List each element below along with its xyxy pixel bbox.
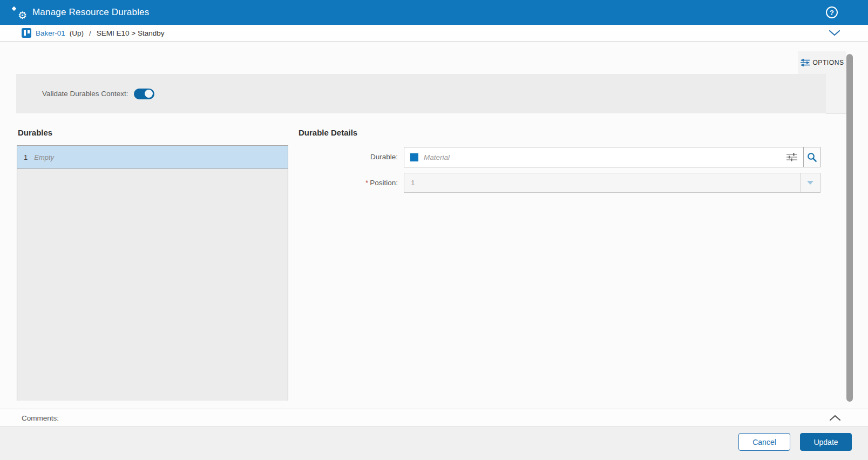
breadcrumb-state-path: SEMI E10 > Standby	[97, 29, 165, 37]
magnifier-icon	[807, 152, 817, 163]
durables-list: 1 Empty	[17, 145, 288, 401]
durable-text-input[interactable]	[424, 153, 781, 161]
chevron-down-icon[interactable]	[829, 30, 840, 37]
sparkle-icon	[12, 6, 16, 11]
help-icon[interactable]: ?	[826, 6, 838, 18]
title-bar: ⚙ Manage Resource Durables ?	[0, 0, 868, 25]
comments-bar: Comments:	[0, 409, 868, 427]
filter-sliders-icon[interactable]	[786, 153, 798, 161]
options-tab[interactable]: OPTIONS	[798, 51, 846, 74]
context-strip: Validate Durables Context:	[16, 74, 826, 113]
options-tab-label: OPTIONS	[812, 59, 844, 66]
cancel-button[interactable]: Cancel	[738, 433, 790, 451]
material-type-icon	[410, 153, 418, 161]
breadcrumb-up-label[interactable]: (Up)	[70, 29, 84, 37]
durable-input[interactable]	[404, 147, 803, 167]
toggle-knob	[145, 90, 153, 98]
position-value: 1	[404, 179, 800, 187]
triangle-down-icon	[807, 181, 813, 185]
durable-details-heading: Durable Details	[299, 128, 357, 137]
position-dropdown-button[interactable]	[800, 173, 820, 192]
durable-row-position: 1	[24, 153, 28, 161]
manage-resource-durables-page: ⚙ Manage Resource Durables ? Baker-01 (U…	[0, 0, 868, 460]
durables-heading: Durables	[18, 128, 52, 137]
wizard-gear-icon: ⚙	[12, 5, 27, 19]
durable-input-group	[404, 147, 820, 167]
vertical-scrollbar-thumb[interactable]	[846, 54, 853, 402]
validate-durables-toggle[interactable]	[134, 89, 154, 99]
breadcrumb-resource-link[interactable]: Baker-01	[36, 29, 65, 37]
chevron-up-icon[interactable]	[829, 414, 841, 421]
page-title: Manage Resource Durables	[32, 7, 149, 18]
resource-entity-icon	[22, 28, 31, 38]
required-marker: *	[365, 179, 368, 187]
durable-field-label: Durable:	[291, 147, 398, 167]
durable-row-content: Empty	[34, 153, 54, 161]
update-button[interactable]: Update	[800, 433, 852, 451]
breadcrumb: Baker-01 (Up) / SEMI E10 > Standby	[0, 25, 868, 42]
search-button[interactable]	[803, 147, 820, 167]
gear-icon: ⚙	[18, 10, 27, 21]
position-label-text: Position:	[370, 179, 398, 187]
validate-durables-label: Validate Durables Context:	[42, 90, 128, 98]
breadcrumb-separator: /	[89, 29, 91, 37]
durable-list-item[interactable]: 1 Empty	[17, 146, 288, 169]
position-select[interactable]: 1	[404, 173, 820, 193]
sliders-icon	[800, 58, 810, 67]
action-footer: Cancel Update	[0, 427, 868, 460]
comments-label: Comments:	[22, 414, 59, 422]
position-field-label: *Position:	[291, 173, 398, 193]
